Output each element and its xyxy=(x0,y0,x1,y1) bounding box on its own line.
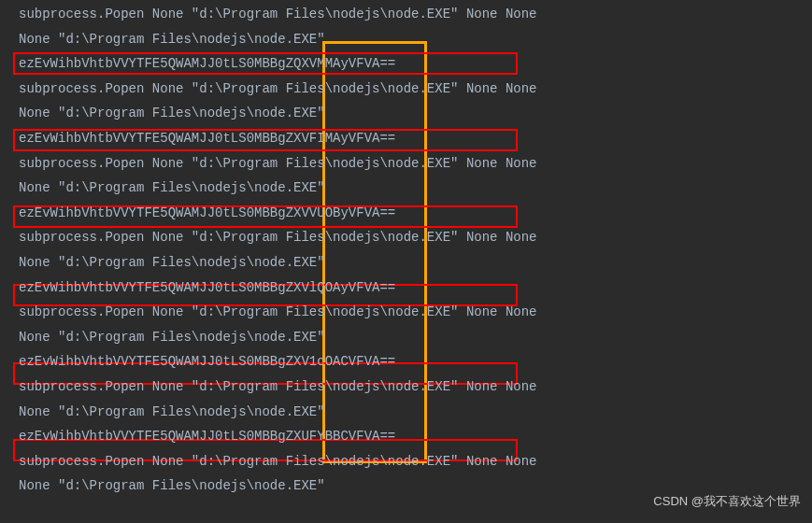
output-line: None "d:\Program Files\nodejs\node.EXE" xyxy=(19,27,812,52)
output-line: subprocess.Popen None "d:\Program Files\… xyxy=(19,151,812,177)
watermark: CSDN @我不喜欢这个世界 xyxy=(653,490,801,514)
output-line: subprocess.Popen None "d:\Program Files\… xyxy=(19,225,812,250)
output-line: ezEvWihbVhtbVVYTFE5QWAMJJ0tLS0MBBgZXVlQO… xyxy=(19,276,812,301)
output-line: subprocess.Popen None "d:\Program Files\… xyxy=(19,449,812,474)
console-output: subprocess.Popen None "d:\Program Files\… xyxy=(19,2,812,499)
output-line: None "d:\Program Files\nodejs\node.EXE" xyxy=(19,250,812,276)
output-line: ezEvWihbVhtbVVYTFE5QWAMJJ0tLS0MBBgZXVFIM… xyxy=(19,126,812,151)
output-line: None "d:\Program Files\nodejs\node.EXE" xyxy=(19,400,812,425)
output-line: ezEvWihbVhtbVVYTFE5QWAMJJ0tLS0MBBgZXUFYB… xyxy=(19,424,812,449)
output-line: subprocess.Popen None "d:\Program Files\… xyxy=(19,300,812,325)
output-line: subprocess.Popen None "d:\Program Files\… xyxy=(19,77,812,102)
output-line: subprocess.Popen None "d:\Program Files\… xyxy=(19,375,812,400)
output-line: ezEvWihbVhtbVVYTFE5QWAMJJ0tLS0MBBgZXVVUO… xyxy=(19,201,812,226)
output-line: None "d:\Program Files\nodejs\node.EXE" xyxy=(19,101,812,126)
output-line: ezEvWihbVhtbVVYTFE5QWAMJJ0tLS0MBBgZXV1cO… xyxy=(19,349,812,375)
output-line: None "d:\Program Files\nodejs\node.EXE" xyxy=(19,325,812,350)
output-line: subprocess.Popen None "d:\Program Files\… xyxy=(19,2,812,27)
output-line: None "d:\Program Files\nodejs\node.EXE" xyxy=(19,176,812,201)
output-line: ezEvWihbVhtbVVYTFE5QWAMJJ0tLS0MBBgZQXVMM… xyxy=(19,51,812,77)
